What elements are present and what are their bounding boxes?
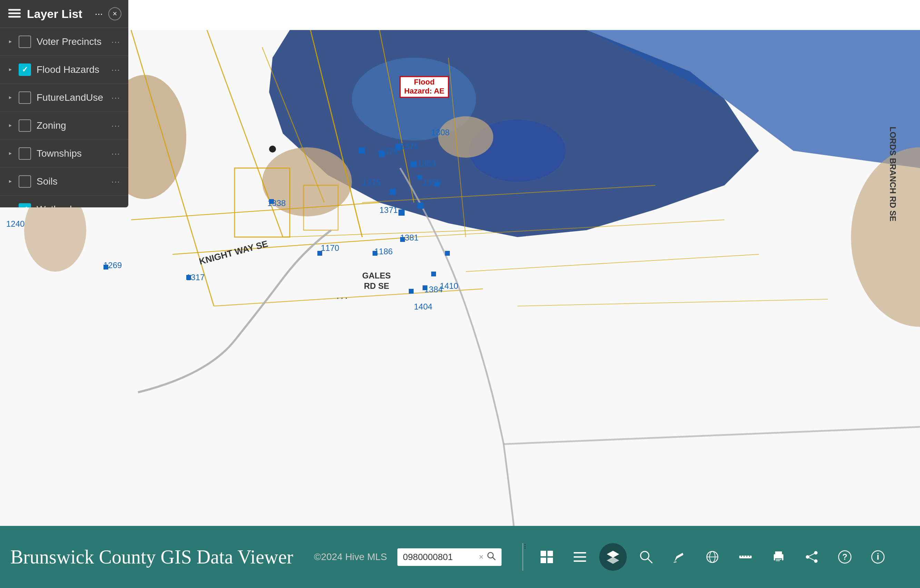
help-button[interactable]: ? xyxy=(831,543,858,571)
svg-line-86 xyxy=(492,557,496,560)
svg-marker-78 xyxy=(9,124,12,127)
svg-text:Hazard: AE: Hazard: AE xyxy=(404,87,445,95)
layers-toggle-button[interactable] xyxy=(599,543,627,571)
layers-icon xyxy=(7,6,22,21)
layer-list: Voter Precincts···Flood Hazards···Future… xyxy=(0,28,128,207)
svg-rect-90 xyxy=(547,558,553,563)
layer-name-flood-hazards: Flood Hazards xyxy=(37,64,109,75)
layer-options-wetlands[interactable]: ··· xyxy=(109,205,123,207)
svg-text:1410: 1410 xyxy=(440,281,458,290)
svg-marker-77 xyxy=(9,96,12,99)
svg-text:1359: 1359 xyxy=(423,178,441,187)
layer-expand-townships[interactable] xyxy=(5,149,15,159)
svg-text:LORDS BRANCH RD SE: LORDS BRANCH RD SE xyxy=(888,126,897,222)
svg-line-116 xyxy=(808,557,816,561)
map-area[interactable]: 1240 1269 1317 1338 1375 1371 1376 1375 … xyxy=(0,0,920,588)
svg-text:1376: 1376 xyxy=(379,147,398,156)
layer-options-zoning[interactable]: ··· xyxy=(109,121,123,130)
grid-view-button[interactable] xyxy=(533,543,560,571)
globe-button[interactable] xyxy=(698,543,726,571)
layer-expand-soils[interactable] xyxy=(5,177,15,186)
layer-expand-flood-hazards[interactable] xyxy=(5,65,15,75)
svg-text:1240: 1240 xyxy=(6,219,24,228)
layer-checkbox-townships[interactable] xyxy=(19,147,31,160)
svg-text:1170: 1170 xyxy=(321,243,339,253)
svg-rect-111 xyxy=(776,560,780,561)
panel-close-button[interactable]: × xyxy=(109,7,121,20)
svg-text:1375: 1375 xyxy=(362,178,381,187)
layer-item-future-land-use[interactable]: FutureLandUse··· xyxy=(0,84,128,112)
svg-text:i: i xyxy=(876,551,879,562)
layer-checkbox-zoning[interactable] xyxy=(19,119,31,132)
search-button[interactable] xyxy=(486,551,496,563)
layer-item-voter-precincts[interactable]: Voter Precincts··· xyxy=(0,28,128,56)
layer-options-future-land-use[interactable]: ··· xyxy=(109,93,123,102)
layer-options-townships[interactable]: ··· xyxy=(109,149,123,159)
svg-marker-76 xyxy=(9,68,12,71)
panel-menu-button[interactable]: ··· xyxy=(95,8,103,19)
svg-text:1375: 1375 xyxy=(400,141,418,151)
layer-name-townships: Townships xyxy=(37,148,109,159)
layer-checkbox-voter-precincts[interactable] xyxy=(19,36,31,48)
svg-rect-87 xyxy=(541,551,546,556)
svg-text:···: ··· xyxy=(336,292,349,303)
layer-expand-voter-precincts[interactable] xyxy=(5,37,15,47)
svg-rect-88 xyxy=(547,551,553,556)
layer-item-wetlands[interactable]: Wetlands··· xyxy=(0,196,128,207)
svg-text:1371: 1371 xyxy=(379,205,398,215)
search-bar[interactable]: × xyxy=(397,548,502,566)
layer-options-soils[interactable]: ··· xyxy=(109,177,123,186)
svg-rect-32 xyxy=(398,209,405,215)
layer-checkbox-wetlands[interactable] xyxy=(19,203,31,207)
svg-text:?: ? xyxy=(842,552,847,561)
search-input[interactable] xyxy=(403,552,479,562)
share-button[interactable] xyxy=(798,543,826,571)
info-button[interactable]: i xyxy=(864,543,892,571)
svg-text:1269: 1269 xyxy=(104,261,122,270)
svg-rect-91 xyxy=(574,552,586,554)
svg-rect-92 xyxy=(574,556,586,558)
draw-button[interactable] xyxy=(666,543,693,571)
layer-expand-wetlands[interactable] xyxy=(5,205,15,207)
panel-title: Layer List xyxy=(27,7,95,21)
layer-expand-future-land-use[interactable] xyxy=(5,93,15,102)
toolbar-separator-1: ⋮ xyxy=(522,543,523,571)
svg-text:RD SE: RD SE xyxy=(364,281,389,290)
map-search-button[interactable] xyxy=(632,543,660,571)
svg-line-97 xyxy=(648,559,652,563)
layer-name-soils: Soils xyxy=(37,176,109,187)
layer-panel-header: Layer List ··· × xyxy=(0,0,128,28)
svg-text:1308: 1308 xyxy=(431,128,449,137)
measure-button[interactable] xyxy=(732,543,759,571)
svg-rect-89 xyxy=(541,558,546,563)
layer-item-zoning[interactable]: Zoning··· xyxy=(0,112,128,140)
svg-point-85 xyxy=(488,552,493,558)
layer-item-flood-hazards[interactable]: Flood Hazards··· xyxy=(0,56,128,84)
svg-rect-110 xyxy=(776,559,781,560)
svg-line-115 xyxy=(808,553,816,557)
svg-rect-93 xyxy=(574,560,586,562)
layer-options-voter-precincts[interactable]: ··· xyxy=(109,37,123,47)
layer-expand-zoning[interactable] xyxy=(5,121,15,130)
svg-marker-79 xyxy=(9,152,12,155)
layer-checkbox-future-land-use[interactable] xyxy=(19,91,31,104)
list-view-button[interactable] xyxy=(566,543,594,571)
svg-point-96 xyxy=(641,551,649,560)
print-button[interactable] xyxy=(765,543,792,571)
svg-text:1381: 1381 xyxy=(400,233,418,242)
layer-checkbox-flood-hazards[interactable] xyxy=(19,63,31,76)
svg-marker-75 xyxy=(9,40,12,43)
svg-rect-31 xyxy=(390,189,396,195)
search-clear-button[interactable]: × xyxy=(479,552,484,562)
svg-text:GALES: GALES xyxy=(362,271,391,280)
layer-options-flood-hazards[interactable]: ··· xyxy=(109,65,123,75)
svg-text:1317: 1317 xyxy=(186,273,204,282)
layer-item-soils[interactable]: Soils··· xyxy=(0,168,128,196)
layer-name-zoning: Zoning xyxy=(37,120,109,131)
app-title: Brunswick County GIS Data Viewer xyxy=(10,546,293,568)
svg-rect-74 xyxy=(8,16,21,18)
svg-text:Flood: Flood xyxy=(414,78,435,86)
layer-checkbox-soils[interactable] xyxy=(19,175,31,188)
svg-rect-44 xyxy=(445,251,450,256)
layer-item-townships[interactable]: Townships··· xyxy=(0,140,128,168)
